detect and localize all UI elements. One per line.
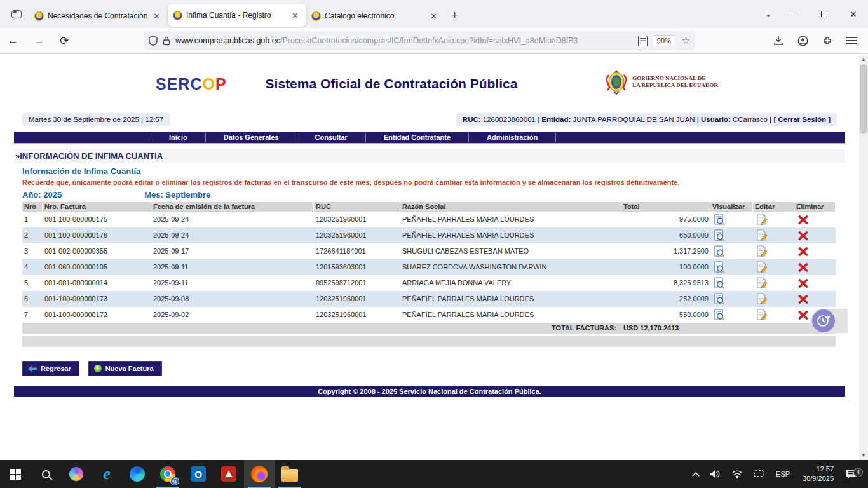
firefox-view-button[interactable] xyxy=(8,5,25,23)
tab-list-chevron-icon[interactable]: ⌄ xyxy=(756,10,780,18)
zoom-level-badge[interactable]: 90% xyxy=(653,35,675,46)
wifi-icon[interactable] xyxy=(726,470,748,478)
taskbar-firefox-button[interactable] xyxy=(244,460,275,488)
tab-close-icon[interactable]: ✕ xyxy=(289,10,301,22)
eliminar-icon[interactable] xyxy=(798,294,808,304)
visualizar-icon[interactable] xyxy=(714,229,725,241)
editar-icon[interactable] xyxy=(757,214,768,226)
editar-icon[interactable] xyxy=(757,261,768,273)
back-icon[interactable]: ← xyxy=(0,32,26,50)
eliminar-button[interactable] xyxy=(794,230,836,241)
menu-item-administración[interactable]: Administración xyxy=(469,133,556,142)
eliminar-button[interactable] xyxy=(794,246,836,257)
taskbar-edge-button[interactable] xyxy=(122,460,153,488)
new-tab-button[interactable]: + xyxy=(445,7,465,24)
chrome-profile-badge: @ xyxy=(170,477,179,485)
visualizar-button[interactable] xyxy=(710,308,753,322)
editar-button[interactable] xyxy=(753,261,794,274)
eliminar-button[interactable] xyxy=(794,294,836,305)
volume-icon[interactable] xyxy=(705,470,726,478)
visualizar-button[interactable] xyxy=(710,213,753,226)
url-bar[interactable]: www.compraspublicas.gob.ec/ProcesoContra… xyxy=(144,31,695,50)
editar-icon[interactable] xyxy=(757,293,768,305)
taskbar-acrobat-button[interactable] xyxy=(214,460,244,488)
scroll-down-icon[interactable]: ▼ xyxy=(859,451,868,460)
new-invoice-button[interactable]: + Nueva Factura xyxy=(88,361,162,376)
tray-chevron-icon[interactable] xyxy=(687,471,705,477)
taskbar-ie-button[interactable]: e xyxy=(92,460,122,488)
editar-icon[interactable] xyxy=(757,277,768,289)
back-button[interactable]: Regresar xyxy=(22,361,79,376)
reload-icon[interactable]: ⟳ xyxy=(52,32,76,50)
menu-hamburger-icon[interactable] xyxy=(846,40,857,41)
scrollbar-thumb[interactable] xyxy=(860,64,867,134)
tab-close-icon[interactable]: ✕ xyxy=(428,10,440,22)
cast-screen-icon[interactable] xyxy=(748,470,770,478)
account-icon[interactable] xyxy=(797,36,808,46)
taskbar-outlook-button[interactable]: O xyxy=(183,460,214,488)
language-indicator[interactable]: ESP xyxy=(770,470,796,478)
logout-link[interactable]: | [ Cerrar Sesión ] xyxy=(770,116,831,123)
eliminar-icon[interactable] xyxy=(798,310,808,320)
column-header: Fecha de emisión de la factura xyxy=(151,202,314,212)
clock-widget-icon[interactable] xyxy=(812,309,835,332)
tab-close-icon[interactable]: ✕ xyxy=(151,10,163,22)
editar-button[interactable] xyxy=(753,245,794,258)
visualizar-icon[interactable] xyxy=(714,214,725,226)
visualizar-icon[interactable] xyxy=(714,293,725,305)
menu-item-entidad-contratante[interactable]: Entidad Contratante xyxy=(366,133,469,142)
editar-button[interactable] xyxy=(753,229,794,242)
reader-mode-icon[interactable] xyxy=(638,36,648,46)
visualizar-icon[interactable] xyxy=(714,309,725,321)
close-button[interactable]: ✕ xyxy=(839,0,868,28)
eliminar-button[interactable] xyxy=(794,214,836,226)
taskbar-chrome-button[interactable]: @ xyxy=(153,460,183,488)
visualizar-icon[interactable] xyxy=(714,261,725,273)
editar-icon[interactable] xyxy=(757,309,768,321)
tab-necesidades[interactable]: Necesidades de Contratación y ✕ xyxy=(29,5,168,27)
downloads-icon[interactable] xyxy=(773,36,783,46)
eliminar-icon[interactable] xyxy=(798,278,808,288)
page-scrollbar[interactable]: ▲ ▼ xyxy=(859,55,868,460)
taskbar-search-button[interactable] xyxy=(31,460,61,488)
eliminar-icon[interactable] xyxy=(798,262,808,273)
visualizar-button[interactable] xyxy=(710,229,753,242)
tab-infima-cuantia[interactable]: Infima Cuantía - Registro ✕ xyxy=(168,4,306,27)
notifications-button[interactable]: 4 xyxy=(840,468,868,480)
eliminar-icon[interactable] xyxy=(798,231,808,241)
editar-icon[interactable] xyxy=(757,229,768,241)
tab-catalogo[interactable]: Catálogo electrónico ✕ xyxy=(306,5,445,27)
bookmark-star-icon[interactable]: ☆ xyxy=(682,35,690,46)
editar-button[interactable] xyxy=(753,276,794,290)
visualizar-button[interactable] xyxy=(710,245,753,258)
editar-button[interactable] xyxy=(753,292,794,306)
lock-icon[interactable] xyxy=(163,36,170,46)
floating-widget[interactable] xyxy=(811,309,848,333)
eliminar-icon[interactable] xyxy=(798,215,808,225)
eliminar-button[interactable] xyxy=(794,278,836,289)
extensions-icon[interactable] xyxy=(822,36,832,46)
minimize-button[interactable]: — xyxy=(780,0,810,28)
visualizar-button[interactable] xyxy=(710,261,753,274)
shield-icon[interactable] xyxy=(149,36,158,46)
menu-item-inicio[interactable]: Inicio xyxy=(151,133,206,142)
eliminar-button[interactable] xyxy=(794,262,836,273)
forward-icon[interactable]: → xyxy=(26,32,52,50)
menu-item-datos-generales[interactable]: Datos Generales xyxy=(206,133,297,142)
editar-button[interactable] xyxy=(753,308,794,322)
menu-item-consultar[interactable]: Consultar xyxy=(297,133,366,142)
taskbar-copilot-button[interactable] xyxy=(61,460,92,488)
eliminar-icon[interactable] xyxy=(798,247,808,257)
editar-button[interactable] xyxy=(753,213,794,226)
url-text[interactable]: www.compraspublicas.gob.ec/ProcesoContra… xyxy=(175,36,633,45)
tray-clock[interactable]: 12:5730/9/2025 xyxy=(796,464,840,484)
visualizar-button[interactable] xyxy=(710,292,753,306)
maximize-button[interactable] xyxy=(810,0,839,28)
visualizar-icon[interactable] xyxy=(714,277,725,289)
scroll-up-icon[interactable]: ▲ xyxy=(859,55,868,64)
editar-icon[interactable] xyxy=(757,245,768,257)
visualizar-icon[interactable] xyxy=(714,245,725,257)
taskbar-explorer-button[interactable] xyxy=(275,460,305,488)
start-button[interactable] xyxy=(0,460,31,488)
visualizar-button[interactable] xyxy=(710,276,753,290)
